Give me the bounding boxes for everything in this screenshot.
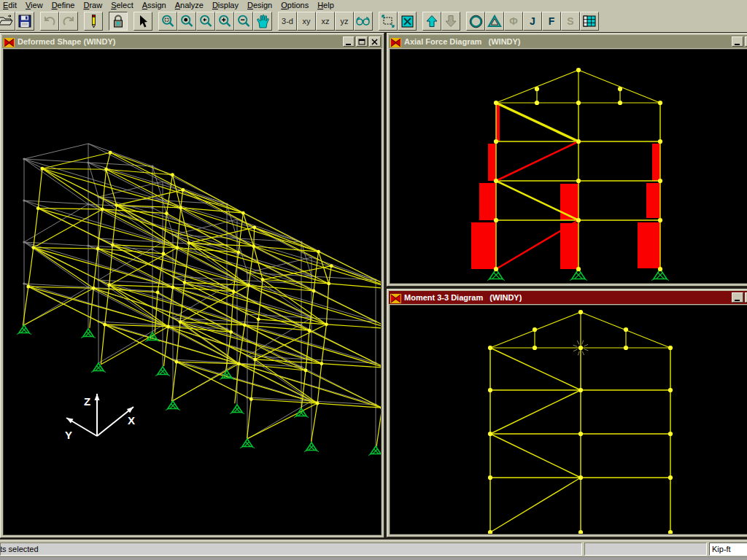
menu-draw[interactable]: Draw [80,1,108,10]
units-dropdown[interactable]: Kip-ft [709,542,747,556]
titlebar-axial-force[interactable]: Axial Force Diagram (WINDY) [389,35,747,48]
menu-design[interactable]: Design [244,1,278,10]
menu-define[interactable]: Define [49,1,81,10]
window-title: Axial Force Diagram (WINDY) [404,37,732,46]
pan-button[interactable] [253,12,272,31]
menu-select[interactable]: Select [108,1,139,10]
rubber-band-zoom-button[interactable] [158,12,177,31]
view-3d-button-label: 3-d [282,17,293,26]
window-moment-33: Moment 3-3 Diagram (WINDY) [387,289,747,537]
save-icon [18,15,31,28]
window-axial-force: Axial Force Diagram (WINDY) [387,33,747,287]
minimize-button[interactable] [732,292,743,303]
statusbar-bottom-strip [0,556,747,560]
deformed-shape-viewport[interactable]: ZXY [3,49,382,535]
window-deformed-shape: Deformed Shape (WINDY) ZXY [0,33,384,538]
titlebar-moment-33[interactable]: Moment 3-3 Diagram (WINDY) [389,291,747,304]
minimize-button[interactable] [732,36,743,47]
menu-assign[interactable]: Assign [139,1,172,10]
downarrow-icon [444,15,457,28]
restore-full-view-button[interactable] [177,12,196,31]
minimize-button[interactable] [343,36,355,47]
svg-text:Y: Y [65,429,72,441]
pointer-button[interactable] [133,12,152,31]
triangle-icon [487,15,502,28]
axial-force-viewport[interactable] [390,49,747,284]
grid-table-button[interactable] [580,12,599,31]
frame-button-label: F [549,15,555,27]
view-yz-button-label: yz [341,17,349,26]
menu-view[interactable]: View [23,1,49,10]
lock-icon [112,15,124,28]
previous-zoom-button[interactable] [196,12,215,31]
mdi-workspace: Deformed Shape (WINDY) ZXY Axial Force D… [0,33,747,540]
zoomprev-icon [198,14,213,28]
view-yz-button[interactable]: yz [335,12,354,31]
circle-icon [469,15,483,28]
grid-icon [583,15,596,27]
zoomfull-icon [179,14,194,28]
view-xy-button[interactable]: xy [297,12,316,31]
glasses-icon [355,16,371,26]
phi-button-label: Φ [509,15,518,27]
view-3d-button[interactable]: 3-d [278,12,297,31]
menu-analyze[interactable]: Analyze [172,1,209,10]
zoomin-icon [217,14,232,28]
lock-model-button[interactable] [109,12,128,31]
window-title: Deformed Shape (WINDY) [18,37,343,46]
menu-display[interactable]: Display [209,1,244,10]
undo-button[interactable] [40,12,59,31]
close-button[interactable] [369,36,381,47]
status-selection-panel: ts selected [0,542,582,556]
move-up-button[interactable] [422,12,441,31]
menu-edit[interactable]: Edit [0,1,23,10]
zoomout-icon [236,14,251,28]
pan-icon [256,14,270,28]
joint-button-label: J [530,15,535,27]
main-toolbar: 3-dxyxzyzΦJFS [0,10,747,33]
menu-bar: EditViewDefineDrawSelectAssignAnalyzeDis… [0,0,747,10]
marquee-icon [381,14,395,28]
open-icon [0,15,13,28]
pencil-icon [87,14,100,28]
svg-text:Z: Z [84,395,90,408]
menu-help[interactable]: Help [314,1,340,10]
shell-button[interactable]: S [561,12,580,31]
perspective-button[interactable] [354,12,373,31]
svg-text:X: X [128,414,135,427]
moment-33-viewport[interactable] [390,305,747,534]
view-xz-button[interactable]: xz [316,12,335,31]
units-value: Kip-ft [712,545,731,553]
sap2000-window-icon [390,37,401,47]
phi-button[interactable]: Φ [504,12,523,31]
frame-button[interactable]: F [542,12,561,31]
zoomrect-icon [160,14,175,28]
window-title: Moment 3-3 Diagram (WINDY) [404,293,732,302]
draw-circle-button[interactable] [466,12,485,31]
menu-options[interactable]: Options [278,1,314,10]
redo-icon [61,15,76,27]
view-xy-button-label: xy [303,17,311,26]
status-aux-panel [584,542,707,556]
clear-selection-button[interactable] [398,12,417,31]
open-file-button[interactable] [0,12,15,31]
selection-status-text: ts selected [0,545,39,553]
draw-triangle-button[interactable] [485,12,504,31]
shell-button-label: S [567,15,573,27]
zoom-out-button[interactable] [234,12,253,31]
zoom-in-button[interactable] [215,12,234,31]
titlebar-deformed-shape[interactable]: Deformed Shape (WINDY) [2,35,382,48]
sap2000-window-icon [4,37,15,47]
xbox-icon [401,15,414,28]
move-down-button[interactable] [441,12,460,31]
save-button[interactable] [15,12,34,31]
undo-icon [42,15,57,27]
redo-button[interactable] [59,12,78,31]
restore-button[interactable] [356,36,368,47]
joint-button[interactable]: J [523,12,542,31]
uparrow-icon [425,15,438,28]
pointer-icon [138,15,148,28]
reshape-element-button[interactable] [379,12,398,31]
sap2000-window-icon [390,293,401,303]
draw-pencil-button[interactable] [84,12,103,31]
